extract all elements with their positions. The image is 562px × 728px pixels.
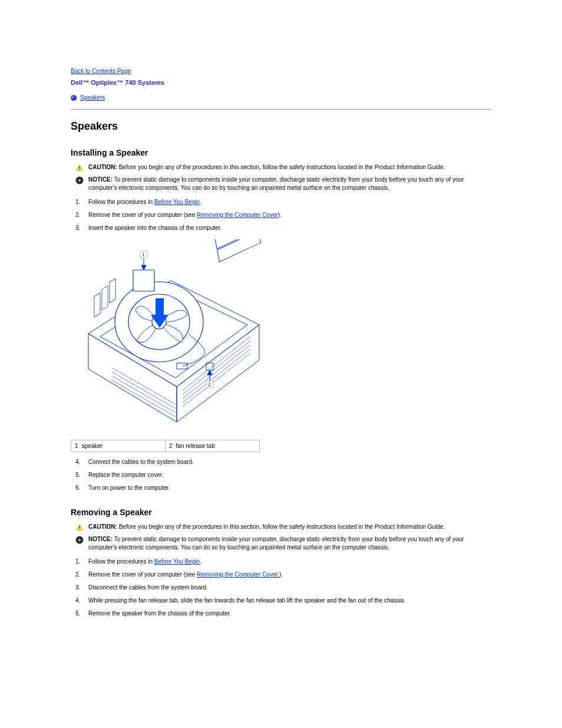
step-text: Disconnect the cables from the system bo… [88,584,208,591]
svg-rect-32 [79,526,80,529]
svg-marker-23 [141,265,146,270]
install-step-1: Follow the procedures in Before You Begi… [75,198,491,206]
install-step-6: Turn on power to the computer. [75,484,491,492]
svg-line-12 [183,345,250,398]
svg-marker-27 [207,370,212,375]
toc-link-speakers[interactable]: Speakers [80,94,105,101]
install-step-4: Connect the cables to the system board. [75,458,491,466]
remove-steps: Follow the procedures in Before You Begi… [75,558,491,618]
svg-line-9 [112,380,176,417]
figure-label-2: 2 fan release tab [166,440,260,452]
link-before-you-begin[interactable]: Before You Begin [154,199,200,205]
link-removing-cover[interactable]: Removing the Computer Cover. [197,571,279,578]
caution-icon [75,164,84,172]
install-steps-cont: Connect the cables to the system board. … [75,458,491,492]
step-text: Turn on power to the computer. [88,485,170,491]
notice-install: NOTICE: To prevent static damage to comp… [75,176,491,192]
step-text: While pressing the fan release tab, slid… [88,597,405,604]
section-divider [71,109,491,110]
figure-label-text: speaker [82,443,103,449]
svg-line-7 [112,372,176,409]
link-removing-cover[interactable]: Removing the Computer Cover [197,212,278,218]
step-text: Follow the procedures in [88,558,154,565]
caution-label: CAUTION: [88,523,117,530]
svg-rect-0 [79,167,80,169]
svg-rect-1 [79,169,80,170]
step-text: . [200,558,201,565]
subsection-heading-install: Installing a Speaker [71,148,491,157]
caution-icon [75,523,84,532]
remove-step-3: Disconnect the cables from the system bo… [75,584,491,592]
remove-step-2: Remove the cover of your computer (see R… [75,571,491,579]
caution-label: CAUTION: [88,164,117,170]
step-text: Insert the speaker into the chassis of t… [88,225,222,231]
svg-line-11 [183,341,250,394]
install-step-2: Remove the cover of your computer (see R… [75,211,491,219]
step-text: Remove the cover of your computer (see [88,212,197,218]
figure-label-num: 2 [169,443,173,449]
svg-rect-16 [217,239,261,262]
caution-install: CAUTION: Before you begin any of the pro… [75,163,491,172]
svg-rect-21 [133,270,154,291]
notice-label: NOTICE: [88,176,113,183]
link-before-you-begin[interactable]: Before You Begin [154,558,200,565]
subsection-heading-remove: Removing a Speaker [71,508,491,517]
toc-entry-speakers: Speakers [71,94,491,101]
back-to-contents-link[interactable]: Back to Contents Page [71,68,131,74]
svg-text:1: 1 [142,252,145,258]
notice-label: NOTICE: [88,536,113,542]
install-steps: Follow the procedures in Before You Begi… [75,198,491,232]
notice-text: To prevent static damage to components i… [88,176,464,191]
svg-rect-24 [177,363,187,369]
bullet-icon [71,95,77,101]
notice-icon [75,176,84,185]
figure-label-num: 1 [75,443,78,449]
notice-text: To prevent static damage to components i… [88,536,464,551]
step-text: Connect the cables to the system board. [88,459,194,465]
figure-label-1: 1 speaker [71,440,166,452]
svg-line-8 [112,376,176,413]
step-text: ). [278,212,282,218]
caution-remove: CAUTION: Before you begin any of the pro… [75,523,491,532]
step-text: Follow the procedures in [88,199,154,205]
svg-text:2: 2 [208,381,211,387]
remove-step-4: While pressing the fan release tab, slid… [75,597,491,605]
svg-rect-3 [94,293,100,317]
svg-rect-4 [102,286,108,310]
svg-rect-5 [110,279,115,303]
svg-line-14 [183,353,250,407]
figure-label-text: fan release tab [176,443,215,449]
caution-text: Before you begin any of the procedures i… [119,523,445,530]
step-text: ). [279,571,283,578]
document-title: Dell™ Optiplex™ 740 Systems [71,79,491,86]
step-text: Remove the speaker from the chassis of t… [88,610,231,617]
install-step-3: Insert the speaker into the chassis of t… [75,224,491,232]
caution-text: Before you begin any of the procedures i… [119,164,445,170]
step-text: . [200,199,201,205]
step-text: Remove the cover of your computer (see [88,571,197,578]
svg-line-6 [112,368,176,404]
figure-label-table: 1 speaker 2 fan release tab [71,440,260,452]
remove-step-5: Remove the speaker from the chassis of t… [75,610,491,618]
step-text: Replace the computer cover. [88,472,163,478]
speaker-install-diagram: 1 2 [71,239,491,434]
notice-remove: NOTICE: To prevent static damage to comp… [75,535,491,552]
notice-icon [75,536,84,544]
install-step-5: Replace the computer cover. [75,471,491,479]
section-heading-speakers: Speakers [71,120,491,133]
remove-step-1: Follow the procedures in Before You Begi… [75,558,491,566]
svg-rect-33 [79,529,80,529]
